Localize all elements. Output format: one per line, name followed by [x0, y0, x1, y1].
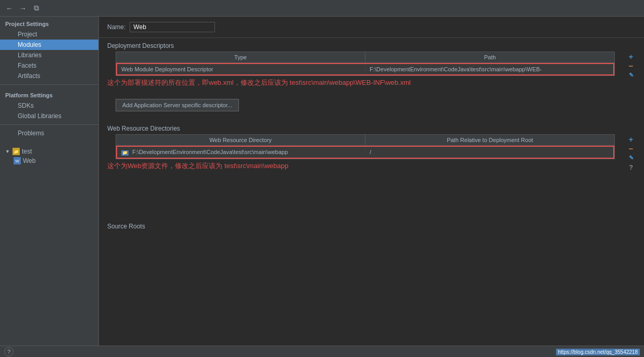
- name-input[interactable]: [130, 22, 215, 32]
- table2-edit-button[interactable]: ✎: [626, 153, 636, 162]
- tree-root[interactable]: ▼ 📁 test: [0, 147, 98, 156]
- tree-child[interactable]: W Web: [0, 156, 98, 165]
- statusbar: ? https://blog.csdn.net/qq_35542218: [0, 346, 644, 357]
- sidebar-item-artifacts[interactable]: Artifacts: [0, 71, 98, 81]
- sidebar-item-problems[interactable]: Problems: [0, 128, 98, 138]
- sidebar-item-global-libraries[interactable]: Global Libraries: [0, 111, 98, 121]
- table2-side-buttons: + − ✎ ?: [626, 134, 636, 172]
- project-settings-label: Project Settings: [0, 17, 98, 29]
- tree-expand-icon: ▼: [5, 149, 10, 154]
- sidebar-item-facets[interactable]: Facets: [0, 60, 98, 71]
- deployment-descriptors-label: Deployment Descriptors: [99, 38, 644, 52]
- sidebar-item-libraries[interactable]: Libraries: [0, 50, 98, 60]
- folder-icon: 📁: [12, 148, 20, 155]
- table2-row1-path: /: [365, 147, 613, 158]
- platform-settings-label: Platform Settings: [0, 88, 98, 100]
- add-descriptor-button[interactable]: Add Application Server specific descript…: [116, 99, 239, 111]
- table2-remove-button[interactable]: −: [626, 144, 636, 153]
- name-row: Name:: [99, 17, 644, 38]
- table2-row1-dir: 📁 F:\DevelopmentEnvironment\CodeJava\tes…: [117, 147, 365, 158]
- web-resource-table: Web Resource Directory Path Relative to …: [116, 134, 615, 159]
- sidebar-item-project[interactable]: Project: [0, 29, 98, 40]
- sidebar-item-sdks[interactable]: SDKs: [0, 100, 98, 111]
- toolbar: ← → ⧉: [0, 0, 644, 17]
- web-module-icon: W: [14, 157, 21, 164]
- sidebar-item-modules[interactable]: Modules: [0, 40, 98, 50]
- deployment-descriptors-section: Deployment Descriptors Type Path Web Mod…: [99, 38, 644, 90]
- copy-button[interactable]: ⧉: [31, 3, 42, 14]
- table2-help-button[interactable]: ?: [626, 162, 636, 172]
- deployment-descriptors-table: Type Path Web Module Deployment Descript…: [116, 52, 615, 76]
- sidebar: Project Settings Project Modules Librari…: [0, 17, 99, 346]
- table1-row1-path: F:\DevelopmentEnvironment\CodeJava\test\…: [365, 64, 613, 74]
- statusbar-link: https://blog.csdn.net/qq_35542218: [556, 348, 640, 355]
- table2-col1-header: Web Resource Directory: [116, 135, 365, 145]
- statusbar-left: ?: [4, 347, 14, 356]
- table1-row1-type: Web Module Deployment Descriptor: [117, 64, 365, 74]
- table2-add-button[interactable]: +: [626, 134, 636, 144]
- sidebar-divider2: [0, 124, 98, 125]
- name-label: Name:: [107, 23, 125, 31]
- table1-row1[interactable]: Web Module Deployment Descriptor F:\Deve…: [116, 63, 614, 75]
- sidebar-divider: [0, 84, 98, 85]
- add-descriptor-btn-wrapper: Add Application Server specific descript…: [107, 94, 636, 117]
- table1-col2-header: Path: [365, 52, 614, 62]
- table1-header: Type Path: [116, 52, 614, 63]
- annotation2: 这个为Web资源文件，修改之后应该为 test\src\main\webapp: [99, 159, 644, 173]
- source-roots-spacer: [99, 177, 644, 219]
- web-resource-label: Web Resource Directories: [99, 121, 644, 134]
- table1-side-buttons: + − ✎: [626, 52, 636, 80]
- forward-button[interactable]: →: [18, 3, 28, 14]
- table2-row1[interactable]: 📁 F:\DevelopmentEnvironment\CodeJava\tes…: [116, 146, 614, 159]
- table1-edit-button[interactable]: ✎: [626, 70, 636, 80]
- back-button[interactable]: ←: [4, 3, 15, 14]
- table1-add-button[interactable]: +: [626, 52, 636, 61]
- help-button[interactable]: ?: [4, 347, 14, 356]
- web-resource-section: Web Resource Directories Web Resource Di…: [99, 121, 644, 173]
- main-area: Project Settings Project Modules Librari…: [0, 17, 644, 346]
- table1-remove-button[interactable]: −: [626, 61, 636, 70]
- source-roots-label: Source Roots: [99, 219, 644, 232]
- table2-header: Web Resource Directory Path Relative to …: [116, 135, 614, 146]
- content-panel: Name: Deployment Descriptors Type Path W…: [99, 17, 644, 346]
- table2-col2-header: Path Relative to Deployment Root: [365, 135, 614, 145]
- table1-col1-header: Type: [116, 52, 365, 62]
- annotation1: 这个为部署描述符的所在位置，即web.xml，修改之后应该为 test\src\…: [99, 76, 644, 90]
- dir-icon: 📁: [121, 150, 129, 156]
